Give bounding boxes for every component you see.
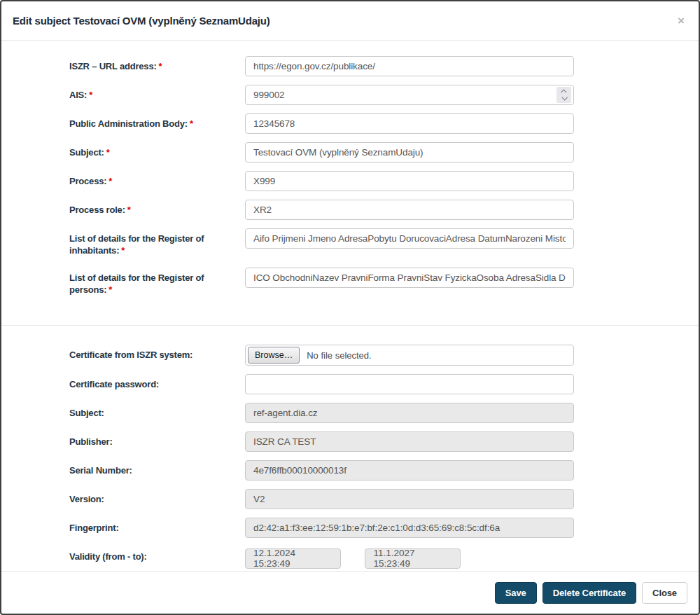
field-label-wrap: List of details for the Register of inha…: [69, 228, 245, 256]
field-label: List of details for the Register of pers…: [69, 272, 204, 295]
required-asterisk: *: [108, 284, 112, 295]
field-label: Fingerprint:: [69, 523, 119, 533]
certificate-password-input[interactable]: [245, 374, 574, 394]
field-label: Serial Number:: [69, 465, 132, 476]
field-label-wrap: Public Administration Body:*: [69, 113, 245, 134]
chevron-down-icon[interactable]: [561, 95, 567, 100]
subject-input[interactable]: [245, 142, 574, 163]
field-label-wrap: Subject:: [69, 403, 245, 423]
form-row: Version:: [1, 489, 699, 509]
certificate-file-input[interactable]: Browse… No file selected.: [245, 345, 574, 366]
field-label-wrap: Process:*: [69, 171, 245, 191]
subject-section: ISZR – URL address:* AIS:* Public Admini…: [1, 41, 699, 325]
form-row: Process:*: [1, 171, 699, 191]
field-label-wrap: Serial Number:: [69, 460, 245, 481]
field-label-wrap: Process role:*: [69, 200, 245, 220]
field-label: Subject:: [69, 147, 104, 158]
delete-certificate-button[interactable]: Delete Certificate: [542, 582, 636, 604]
field-label-wrap: Version:: [69, 489, 245, 509]
validity-from-field: 12.1.2024 15:23:49: [245, 548, 341, 569]
cert-subject-field: [245, 403, 574, 423]
field-label: Validity (from - to):: [69, 551, 147, 562]
public-admin-body-input[interactable]: [245, 113, 574, 134]
form-row: Fingerprint:: [1, 518, 699, 538]
iszr-url-input[interactable]: [245, 56, 574, 76]
field-label-wrap: Subject:*: [69, 142, 245, 163]
field-label: Process:: [69, 176, 106, 186]
required-asterisk: *: [106, 147, 110, 158]
field-label: Publisher:: [69, 436, 113, 447]
field-label-wrap: Certificate from ISZR system:: [69, 345, 245, 366]
field-label: Certificate from ISZR system:: [69, 350, 192, 360]
field-label-wrap: AIS:*: [69, 85, 245, 105]
field-label-wrap: ISZR – URL address:*: [69, 56, 245, 76]
field-label: ISZR – URL address:: [69, 61, 157, 71]
field-label: List of details for the Register of inha…: [69, 233, 204, 256]
cert-fingerprint-field: [245, 518, 574, 538]
form-row: List of details for the Register of pers…: [1, 268, 699, 296]
validity-to-field: 11.1.2027 15:23:49: [365, 548, 461, 569]
form-row: Publisher:: [1, 431, 699, 452]
required-asterisk: *: [159, 61, 162, 71]
field-label: Public Administration Body:: [69, 118, 188, 129]
ais-input[interactable]: [245, 85, 574, 105]
field-label-wrap: Publisher:: [69, 431, 245, 452]
file-status-text: No file selected.: [307, 350, 372, 361]
cert-publisher-field: [245, 431, 574, 452]
modal-footer: Save Delete Certificate Close: [1, 571, 699, 614]
form-row: Public Administration Body:*: [1, 113, 699, 134]
browse-button[interactable]: Browse…: [248, 347, 300, 364]
form-row: Validity (from - to): 12.1.2024 15:23:49…: [1, 546, 699, 569]
modal-title: Edit subject Testovací OVM (vyplněný Sez…: [13, 15, 270, 27]
required-asterisk: *: [121, 245, 125, 256]
form-row: List of details for the Register of inha…: [1, 228, 699, 256]
form-row: ISZR – URL address:*: [1, 56, 699, 76]
modal-body: ISZR – URL address:* AIS:* Public Admini…: [1, 41, 699, 571]
field-label: AIS:: [69, 90, 87, 100]
process-role-input[interactable]: [245, 200, 574, 220]
close-icon[interactable]: ×: [675, 13, 687, 28]
form-row: Process role:*: [1, 200, 699, 220]
field-label-wrap: Fingerprint:: [69, 518, 245, 538]
cert-version-field: [245, 489, 574, 509]
modal-header: Edit subject Testovací OVM (vyplněný Sez…: [1, 1, 699, 41]
field-label-wrap: Certificate password:: [69, 374, 245, 394]
form-row: Serial Number:: [1, 460, 699, 481]
field-label-wrap: List of details for the Register of pers…: [69, 268, 245, 296]
field-label: Subject:: [69, 408, 104, 418]
form-row: Subject:: [1, 403, 699, 423]
field-label: Version:: [69, 494, 104, 504]
register-persons-input[interactable]: [245, 268, 574, 288]
register-inhabitants-input[interactable]: [245, 228, 574, 249]
chevron-up-icon[interactable]: [561, 89, 566, 95]
cert-serial-number-field: [245, 460, 574, 481]
close-button[interactable]: Close: [642, 582, 687, 604]
certificate-section: Certificate from ISZR system: Browse… No…: [1, 326, 699, 571]
form-row: Certificate from ISZR system: Browse… No…: [1, 345, 699, 366]
edit-subject-modal: Edit subject Testovací OVM (vyplněný Sez…: [0, 0, 700, 615]
field-label: Process role:: [69, 205, 125, 215]
save-button[interactable]: Save: [495, 582, 537, 604]
number-stepper[interactable]: [556, 87, 571, 103]
required-asterisk: *: [108, 176, 112, 186]
field-label-wrap: Validity (from - to):: [69, 546, 245, 569]
required-asterisk: *: [190, 118, 193, 129]
form-row: Subject:*: [1, 142, 699, 163]
form-row: AIS:*: [1, 85, 699, 105]
required-asterisk: *: [127, 205, 131, 215]
form-row: Certificate password:: [1, 374, 699, 394]
required-asterisk: *: [89, 90, 92, 100]
process-input[interactable]: [245, 171, 574, 191]
field-label: Certificate password:: [69, 379, 159, 389]
